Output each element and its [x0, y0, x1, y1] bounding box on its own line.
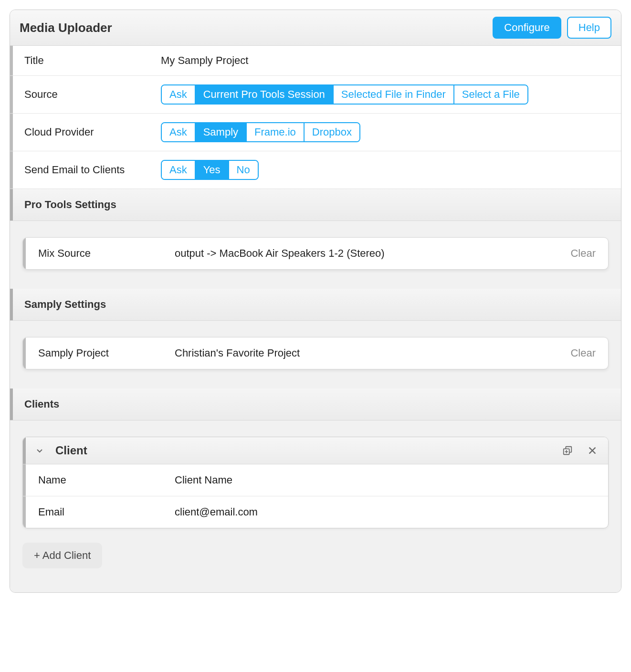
panel-header: Media Uploader Configure Help [10, 10, 621, 46]
send-email-segmented: Ask Yes No [161, 160, 259, 180]
source-option-ask[interactable]: Ask [162, 85, 196, 104]
send-email-label: Send Email to Clients [18, 164, 161, 176]
samply-project-label: Samply Project [32, 347, 175, 359]
client-panel-actions [561, 444, 599, 457]
media-uploader-panel: Media Uploader Configure Help Title My S… [10, 10, 621, 593]
mix-source-label: Mix Source [32, 247, 175, 260]
title-label: Title [18, 54, 161, 67]
panel-title: Media Uploader [20, 21, 112, 35]
samply-project-row: Samply Project Christian's Favorite Proj… [23, 337, 608, 369]
cloud-option-dropbox[interactable]: Dropbox [305, 123, 359, 141]
clients-section-header: Clients [10, 388, 621, 420]
source-segmented: Ask Current Pro Tools Session Selected F… [161, 84, 528, 105]
panel-footer [10, 588, 621, 592]
clients-section-body: Client [10, 420, 621, 588]
protools-section-title: Pro Tools Settings [18, 199, 116, 210]
samply-section-title: Samply Settings [18, 298, 106, 310]
cloud-provider-segmented: Ask Samply Frame.io Dropbox [161, 122, 360, 142]
mix-source-clear-button[interactable]: Clear [570, 247, 598, 260]
close-icon[interactable] [586, 444, 599, 457]
source-option-select-file[interactable]: Select a File [454, 85, 527, 104]
client-panel-title: Client [55, 444, 561, 457]
add-client-button[interactable]: + Add Client [22, 543, 102, 568]
help-button[interactable]: Help [567, 17, 611, 39]
client-name-row: Name Client Name [23, 464, 608, 496]
source-label: Source [18, 88, 161, 101]
send-email-row: Send Email to Clients Ask Yes No [10, 151, 621, 189]
cloud-provider-label: Cloud Provider [18, 126, 161, 138]
protools-section-header: Pro Tools Settings [10, 189, 621, 221]
chevron-down-icon[interactable] [34, 445, 45, 456]
samply-project-value[interactable]: Christian's Favorite Project [175, 347, 570, 359]
client-email-row: Email client@email.com [23, 496, 608, 528]
client-panel-header: Client [23, 437, 608, 464]
configure-button[interactable]: Configure [493, 17, 561, 39]
cloud-option-ask[interactable]: Ask [162, 123, 196, 141]
email-option-yes[interactable]: Yes [196, 161, 229, 179]
mix-source-value[interactable]: output -> MacBook Air Speakers 1-2 (Ster… [175, 247, 570, 260]
samply-section-body: Samply Project Christian's Favorite Proj… [10, 321, 621, 388]
samply-project-card: Samply Project Christian's Favorite Proj… [22, 337, 609, 369]
source-option-current-pt-session[interactable]: Current Pro Tools Session [196, 85, 334, 104]
mix-source-card: Mix Source output -> MacBook Air Speaker… [22, 237, 609, 270]
clients-section-title: Clients [18, 398, 59, 410]
duplicate-icon[interactable] [561, 444, 574, 457]
client-name-label: Name [32, 474, 175, 486]
client-email-value[interactable]: client@email.com [175, 506, 258, 518]
samply-project-clear-button[interactable]: Clear [570, 347, 598, 359]
title-value[interactable]: My Samply Project [161, 54, 248, 67]
email-option-no[interactable]: No [229, 161, 258, 179]
cloud-option-samply[interactable]: Samply [196, 123, 247, 141]
mix-source-row: Mix Source output -> MacBook Air Speaker… [23, 238, 608, 269]
samply-section-header: Samply Settings [10, 289, 621, 321]
source-row: Source Ask Current Pro Tools Session Sel… [10, 76, 621, 114]
cloud-option-frameio[interactable]: Frame.io [247, 123, 305, 141]
header-buttons: Configure Help [493, 17, 611, 39]
email-option-ask[interactable]: Ask [162, 161, 196, 179]
title-row: Title My Samply Project [10, 46, 621, 76]
client-email-label: Email [32, 506, 175, 518]
client-name-value[interactable]: Client Name [175, 474, 232, 486]
source-option-selected-finder[interactable]: Selected File in Finder [334, 85, 454, 104]
cloud-provider-row: Cloud Provider Ask Samply Frame.io Dropb… [10, 114, 621, 151]
protools-section-body: Mix Source output -> MacBook Air Speaker… [10, 221, 621, 289]
client-panel: Client [22, 437, 609, 528]
